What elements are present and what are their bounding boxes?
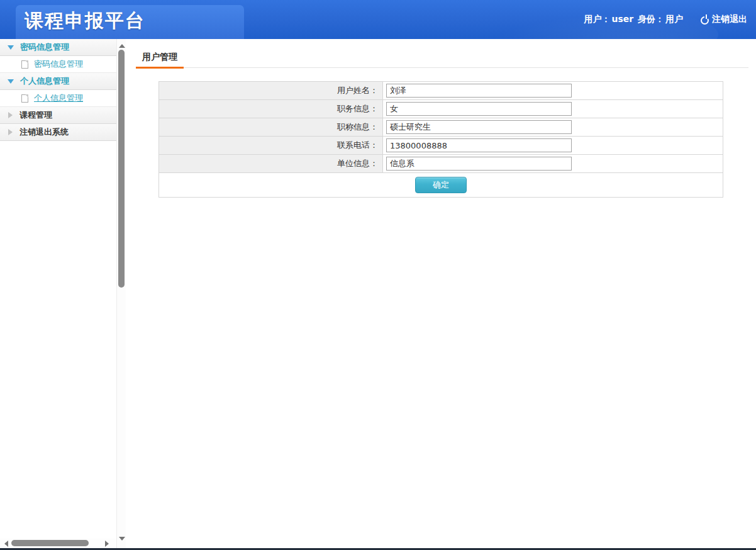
main-content: 用户管理 用户姓名： 职务信息： 职称信息： [126,39,756,548]
logout-label: 注销退出 [712,14,747,25]
sidebar-item-password-info[interactable]: 密码信息管理 [0,56,116,73]
department-label: 单位信息： [159,155,383,172]
sidebar-vertical-scrollbar[interactable] [116,39,126,548]
form-row-department: 单位信息： [159,155,723,173]
form-row-title: 职称信息： [159,118,723,137]
user-form: 用户姓名： 职务信息： 职称信息： [158,81,723,198]
sidebar-group-label: 注销退出系统 [19,126,69,138]
document-icon [21,94,28,103]
title-cell [383,118,723,136]
position-label: 职务信息： [159,100,383,118]
username-label: 用户姓名： [159,82,383,99]
sidebar-item-label: 个人信息管理 [34,93,83,104]
scroll-down-arrow-icon[interactable] [119,537,125,541]
user-name: user [611,14,633,24]
department-input[interactable] [386,157,572,171]
confirm-button[interactable]: 确定 [415,177,467,193]
phone-input[interactable] [386,138,572,152]
phone-label: 联系电话： [159,137,383,154]
sidebar-group-personal[interactable]: 个人信息管理 [0,73,116,90]
sidebar-item-personal-info[interactable]: 个人信息管理 [0,90,116,107]
form-row-phone: 联系电话： [159,137,723,155]
sidebar-group-label: 密码信息管理 [20,42,69,53]
sidebar-group-course[interactable]: 课程管理 [0,107,116,124]
title-label: 职称信息： [159,118,383,136]
triangle-down-icon [8,45,14,50]
scroll-left-arrow-icon[interactable] [4,541,8,547]
triangle-right-icon [8,129,13,135]
triangle-down-icon [8,79,14,84]
form-row-actions: 确定 [159,173,723,197]
document-icon [21,60,28,69]
phone-cell [383,137,723,154]
vertical-scroll-thumb[interactable] [118,50,125,288]
tab-bar: 用户管理 [136,49,748,68]
logo: 课程申报平台 [16,5,244,39]
logout-button[interactable]: 注销退出 [701,14,747,25]
username-cell [383,82,723,99]
scroll-up-arrow-icon[interactable] [119,44,125,48]
power-icon [701,16,709,25]
sidebar-group-label: 个人信息管理 [20,76,69,87]
user-info: 用户：user 身份：用户 [584,14,684,25]
form-row-username: 用户姓名： [159,82,723,100]
header-user-area: 用户：user 身份：用户 注销退出 [584,0,747,39]
horizontal-scroll-thumb[interactable] [11,540,89,546]
position-cell [383,100,723,118]
role-value: 用户 [665,14,683,24]
app-title: 课程申报平台 [16,5,244,36]
body-row: 密码信息管理 密码信息管理 个人信息管理 个人信息管理 课程管理 注销退出系统 [0,39,756,548]
tab-user-management[interactable]: 用户管理 [136,49,184,69]
role-label: 身份： [638,14,664,24]
username-input[interactable] [386,84,572,98]
app-window: 课程申报平台 用户：user 身份：用户 注销退出 密码信息管理 密码信息管理 [0,0,756,550]
sidebar-group-logout[interactable]: 注销退出系统 [0,124,116,141]
department-cell [383,155,723,172]
sidebar-horizontal-scrollbar[interactable] [0,539,116,548]
scroll-right-arrow-icon[interactable] [105,541,109,547]
position-input[interactable] [386,102,572,116]
title-input[interactable] [386,120,572,134]
sidebar-group-label: 课程管理 [19,109,52,121]
sidebar-group-password[interactable]: 密码信息管理 [0,39,116,56]
sidebar: 密码信息管理 密码信息管理 个人信息管理 个人信息管理 课程管理 注销退出系统 [0,39,116,548]
top-header: 课程申报平台 用户：user 身份：用户 注销退出 [0,0,756,39]
sidebar-item-label: 密码信息管理 [34,59,83,70]
user-label: 用户： [584,14,610,24]
form-row-position: 职务信息： [159,100,723,118]
triangle-right-icon [8,112,13,118]
